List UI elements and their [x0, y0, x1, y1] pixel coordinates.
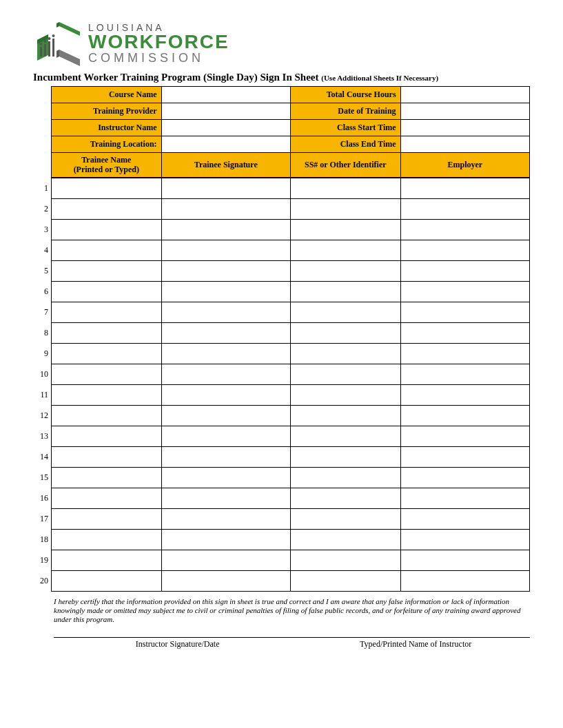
cell-employer[interactable]: [400, 240, 529, 261]
cell-ss-identifier[interactable]: [290, 571, 400, 592]
cell-trainee-signature[interactable]: [161, 178, 290, 199]
cell-trainee-name[interactable]: [52, 199, 162, 220]
cell-trainee-name[interactable]: [52, 364, 162, 385]
cell-ss-identifier[interactable]: [290, 385, 400, 406]
cell-ss-identifier[interactable]: [290, 364, 400, 385]
cell-ss-identifier[interactable]: [290, 426, 400, 447]
cell-trainee-name[interactable]: [52, 426, 162, 447]
row-number: 20: [33, 570, 51, 591]
row-numbers: 1234567891011121314151617181920: [33, 178, 51, 591]
cell-trainee-signature[interactable]: [161, 530, 290, 550]
cell-trainee-signature[interactable]: [161, 364, 290, 385]
cell-ss-identifier[interactable]: [290, 509, 400, 530]
table-row: [52, 302, 530, 323]
col-ss-identifier: SS# or Other Identifier: [290, 153, 400, 178]
cell-trainee-signature[interactable]: [161, 220, 290, 240]
cell-trainee-name[interactable]: [52, 406, 162, 426]
cell-trainee-signature[interactable]: [161, 509, 290, 530]
cell-trainee-signature[interactable]: [161, 344, 290, 364]
cell-trainee-name[interactable]: [52, 178, 162, 199]
cell-trainee-name[interactable]: [52, 323, 162, 344]
cell-ss-identifier[interactable]: [290, 344, 400, 364]
cell-trainee-name[interactable]: [52, 509, 162, 530]
cell-ss-identifier[interactable]: [290, 323, 400, 344]
cell-employer[interactable]: [400, 447, 529, 468]
cell-ss-identifier[interactable]: [290, 240, 400, 261]
cell-trainee-signature[interactable]: [161, 199, 290, 220]
cell-ss-identifier[interactable]: [290, 530, 400, 550]
cell-trainee-name[interactable]: [52, 302, 162, 323]
cell-employer[interactable]: [400, 406, 529, 426]
cell-trainee-signature[interactable]: [161, 282, 290, 302]
cell-trainee-signature[interactable]: [161, 571, 290, 592]
cell-ss-identifier[interactable]: [290, 220, 400, 240]
cell-trainee-signature[interactable]: [161, 447, 290, 468]
cell-employer[interactable]: [400, 344, 529, 364]
cell-trainee-signature[interactable]: [161, 406, 290, 426]
table-row: [52, 530, 530, 550]
cell-trainee-name[interactable]: [52, 571, 162, 592]
cell-ss-identifier[interactable]: [290, 468, 400, 488]
cell-employer[interactable]: [400, 509, 529, 530]
cell-trainee-signature[interactable]: [161, 323, 290, 344]
cell-trainee-name[interactable]: [52, 385, 162, 406]
value-training-location[interactable]: [161, 136, 290, 153]
cell-trainee-signature[interactable]: [161, 385, 290, 406]
cell-ss-identifier[interactable]: [290, 406, 400, 426]
value-total-hours[interactable]: [400, 87, 529, 103]
cell-ss-identifier[interactable]: [290, 488, 400, 509]
cell-employer[interactable]: [400, 261, 529, 282]
cell-trainee-signature[interactable]: [161, 240, 290, 261]
cell-trainee-name[interactable]: [52, 530, 162, 550]
cell-ss-identifier[interactable]: [290, 199, 400, 220]
cell-trainee-name[interactable]: [52, 282, 162, 302]
value-end-time[interactable]: [400, 136, 529, 153]
cell-ss-identifier[interactable]: [290, 282, 400, 302]
cell-trainee-signature[interactable]: [161, 488, 290, 509]
cell-ss-identifier[interactable]: [290, 302, 400, 323]
label-date-training: Date of Training: [290, 103, 400, 120]
col-trainee-signature: Trainee Signature: [161, 153, 290, 178]
row-number: 13: [33, 426, 51, 446]
cell-employer[interactable]: [400, 530, 529, 550]
cell-employer[interactable]: [400, 282, 529, 302]
cell-employer[interactable]: [400, 302, 529, 323]
cell-trainee-name[interactable]: [52, 447, 162, 468]
cell-employer[interactable]: [400, 426, 529, 447]
cell-employer[interactable]: [400, 178, 529, 199]
cell-employer[interactable]: [400, 571, 529, 592]
cell-employer[interactable]: [400, 550, 529, 571]
cell-trainee-name[interactable]: [52, 468, 162, 488]
row-number: 18: [33, 529, 51, 550]
value-date-training[interactable]: [400, 103, 529, 120]
cell-employer[interactable]: [400, 364, 529, 385]
cell-employer[interactable]: [400, 323, 529, 344]
value-start-time[interactable]: [400, 120, 529, 136]
cell-ss-identifier[interactable]: [290, 550, 400, 571]
cell-trainee-name[interactable]: [52, 261, 162, 282]
cell-employer[interactable]: [400, 468, 529, 488]
cell-trainee-signature[interactable]: [161, 468, 290, 488]
cell-trainee-name[interactable]: [52, 240, 162, 261]
cell-trainee-name[interactable]: [52, 344, 162, 364]
cell-trainee-signature[interactable]: [161, 550, 290, 571]
cell-ss-identifier[interactable]: [290, 178, 400, 199]
cell-employer[interactable]: [400, 220, 529, 240]
cell-employer[interactable]: [400, 199, 529, 220]
value-training-provider[interactable]: [161, 103, 290, 120]
cell-ss-identifier[interactable]: [290, 447, 400, 468]
row-number: 3: [33, 219, 51, 240]
cell-employer[interactable]: [400, 488, 529, 509]
cell-trainee-signature[interactable]: [161, 426, 290, 447]
cell-trainee-name[interactable]: [52, 220, 162, 240]
value-instructor-name[interactable]: [161, 120, 290, 136]
cell-ss-identifier[interactable]: [290, 261, 400, 282]
svg-marker-3: [57, 22, 59, 28]
cell-trainee-signature[interactable]: [161, 261, 290, 282]
table-row: [52, 364, 530, 385]
value-course-name[interactable]: [161, 87, 290, 103]
cell-trainee-signature[interactable]: [161, 302, 290, 323]
cell-employer[interactable]: [400, 385, 529, 406]
cell-trainee-name[interactable]: [52, 488, 162, 509]
cell-trainee-name[interactable]: [52, 550, 162, 571]
